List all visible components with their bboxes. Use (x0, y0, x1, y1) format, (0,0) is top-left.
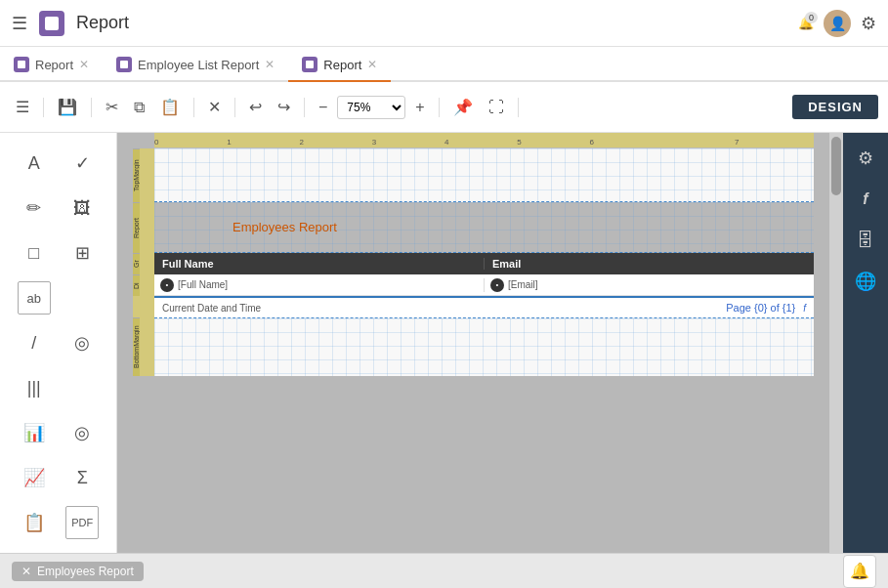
field-indicator-1: • (160, 278, 174, 292)
report-header-section: Employees Report (154, 202, 814, 253)
canvas-area[interactable]: 0 1 2 3 4 5 6 7 TopMargin Repo (117, 133, 829, 553)
tool-pdf[interactable]: PDF (65, 506, 99, 539)
zoom-select[interactable]: 75% 50% 100% 125% (337, 96, 405, 119)
app-icon (39, 11, 64, 36)
settings-button[interactable]: ⚙ (861, 13, 876, 34)
status-bar: ✕ Employees Report 🔔 (0, 553, 888, 588)
tool-report[interactable]: 📋 (18, 506, 51, 539)
tab-icon-1 (14, 57, 29, 72)
col-header-email: Email (485, 258, 814, 270)
detail-section: • [Full Name] • [Email] (154, 274, 814, 296)
pin-button[interactable]: 📌 (447, 94, 479, 120)
tool-empty (65, 281, 99, 315)
tool-empty2 (65, 371, 99, 404)
toggle-sidebar-button[interactable]: ☰ (10, 94, 35, 120)
tool-trend[interactable]: 📈 (18, 461, 51, 494)
section-labels: TopMargin Report Gr Di BottomMargin (133, 148, 154, 376)
tab-icon-3 (302, 57, 317, 72)
cut-button[interactable]: ✂ (100, 94, 124, 120)
section-label-report: Report (133, 202, 140, 253)
tab-label-3: Report (323, 58, 361, 72)
top-nav-icons: 🔔0 👤 ⚙ (798, 10, 876, 37)
chip-label: Employees Report (37, 565, 134, 578)
tab-bar: Report ✕ Employee List Report ✕ Report ✕ (0, 47, 888, 82)
bell-badge: 0 (805, 12, 818, 23)
tab-close-2[interactable]: ✕ (265, 58, 275, 71)
tool-image[interactable]: 🖼 (65, 191, 99, 225)
save-button[interactable]: 💾 (52, 94, 83, 120)
bottom-margin-section (154, 317, 814, 376)
tool-table[interactable]: ⊞ (65, 236, 99, 270)
design-button[interactable]: DESIGN (792, 95, 878, 119)
separator-3 (193, 98, 194, 117)
tab-employee-list[interactable]: Employee List Report ✕ (103, 49, 288, 82)
tab-report-1[interactable]: Report ✕ (0, 49, 103, 82)
top-nav: ☰ Report 🔔0 👤 ⚙ (0, 0, 888, 47)
section-label-detail: Di (133, 274, 140, 296)
column-header-section: Full Name Email (154, 253, 814, 274)
right-panel-data[interactable]: 🗄 (848, 223, 883, 258)
footer-datetime: Current Date and Time (162, 303, 261, 314)
tool-text[interactable]: A (18, 147, 51, 180)
left-sidebar: A ✓ ✏ 🖼 □ ⊞ ab / ◎ ||| (0, 133, 117, 553)
tab-close-3[interactable]: ✕ (367, 58, 377, 71)
tool-barcode[interactable]: ||| (18, 371, 51, 404)
zoom-minus-button[interactable]: − (313, 95, 333, 120)
col-header-fullname: Full Name (154, 258, 485, 270)
footer-f-icon: f (803, 303, 806, 314)
fullscreen-button[interactable]: ⛶ (483, 95, 510, 120)
top-margin-section (154, 148, 814, 202)
tab-label-2: Employee List Report (138, 58, 259, 72)
zoom-plus-button[interactable]: + (409, 95, 430, 120)
separator-6 (439, 98, 440, 117)
detail-fullname: • [Full Name] (154, 278, 485, 292)
section-label-bottommargin: BottomMargin (133, 317, 140, 376)
hamburger-icon[interactable]: ☰ (12, 13, 27, 34)
chip-close-icon[interactable]: ✕ (21, 565, 31, 578)
status-bell-button[interactable]: 🔔 (843, 555, 876, 588)
separator-1 (43, 98, 44, 117)
separator-7 (518, 98, 519, 117)
report-toolbar: ☰ 💾 ✂ ⧉ 📋 ✕ ↩ ↪ − 75% 50% 100% 125% + 📌 … (0, 82, 888, 133)
tool-gauge[interactable]: ◎ (65, 416, 99, 449)
tab-icon-2 (116, 57, 132, 72)
vertical-scrollbar[interactable] (829, 133, 843, 553)
tool-chart[interactable]: 📊 (18, 416, 51, 449)
section-label-group: Gr (133, 253, 140, 274)
bell-button[interactable]: 🔔0 (798, 16, 814, 30)
tab-close-1[interactable]: ✕ (79, 58, 89, 71)
report-chip[interactable]: ✕ Employees Report (12, 562, 144, 581)
detail-email: • [Email] (485, 278, 814, 292)
tab-report-2[interactable]: Report ✕ (288, 49, 391, 82)
undo-button[interactable]: ↩ (243, 94, 268, 120)
paste-button[interactable]: 📋 (154, 94, 186, 120)
copy-button[interactable]: ⧉ (128, 95, 150, 120)
app-title: Report (76, 13, 129, 33)
separator-5 (304, 98, 305, 117)
right-panel-network[interactable]: 🌐 (848, 264, 883, 299)
scroll-thumb[interactable] (831, 137, 841, 195)
right-panel: ⚙ f 🗄 🌐 (843, 133, 888, 553)
footer-section: Current Date and Time Page {0} of {1} f (154, 296, 814, 317)
separator-2 (91, 98, 92, 117)
separator-4 (234, 98, 235, 117)
report-title[interactable]: Employees Report (233, 220, 337, 234)
tool-label[interactable]: ab (18, 281, 51, 315)
footer-page: Page {0} of {1} (726, 302, 795, 314)
tab-label-1: Report (35, 58, 73, 72)
tool-line[interactable]: / (18, 326, 51, 359)
right-panel-font[interactable]: f (848, 182, 883, 217)
user-avatar[interactable]: 👤 (824, 10, 851, 37)
tool-circle[interactable]: ◎ (65, 326, 99, 359)
tool-shape[interactable]: □ (18, 236, 51, 270)
tool-edit[interactable]: ✏ (18, 191, 51, 225)
tool-sum[interactable]: Σ (65, 461, 99, 494)
tool-check[interactable]: ✓ (65, 147, 99, 180)
field-indicator-2: • (490, 278, 504, 292)
delete-button[interactable]: ✕ (202, 94, 227, 120)
section-label-topmargin: TopMargin (133, 148, 140, 202)
redo-button[interactable]: ↪ (272, 94, 296, 120)
right-panel-settings[interactable]: ⚙ (848, 141, 883, 176)
page-content: Employees Report Full Name Email • [Full… (154, 148, 814, 376)
